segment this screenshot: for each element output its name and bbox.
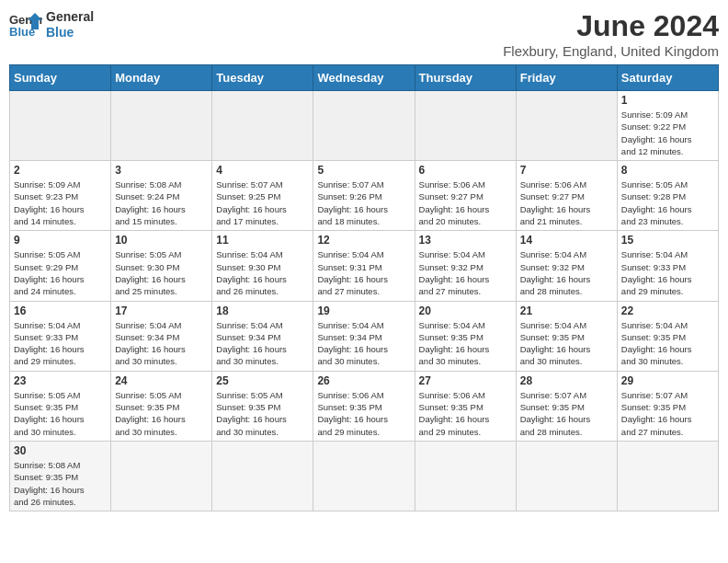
page-header: General Blue General Blue June 2024 Flex… (9, 9, 719, 59)
day-18: 18 Sunrise: 5:04 AMSunset: 9:34 PMDaylig… (212, 301, 313, 371)
week-row-1: 1 Sunrise: 5:09 AMSunset: 9:22 PMDayligh… (10, 91, 719, 161)
day-6: 6 Sunrise: 5:06 AMSunset: 9:27 PMDayligh… (415, 161, 516, 231)
header-thursday: Thursday (415, 65, 516, 91)
week-row-3: 9 Sunrise: 5:05 AMSunset: 9:29 PMDayligh… (10, 231, 719, 301)
empty-cell (313, 91, 415, 161)
day-19: 19 Sunrise: 5:04 AMSunset: 9:34 PMDaylig… (313, 301, 415, 371)
day-3: 3 Sunrise: 5:08 AMSunset: 9:24 PMDayligh… (111, 161, 212, 231)
day-8: 8 Sunrise: 5:05 AMSunset: 9:28 PMDayligh… (617, 161, 718, 231)
empty-cell (111, 441, 212, 511)
header-wednesday: Wednesday (313, 65, 415, 91)
empty-cell (212, 91, 313, 161)
empty-cell (617, 441, 718, 511)
header-saturday: Saturday (617, 65, 718, 91)
day-12: 12 Sunrise: 5:04 AMSunset: 9:31 PMDaylig… (313, 231, 415, 301)
day-22: 22 Sunrise: 5:04 AMSunset: 9:35 PMDaylig… (617, 301, 718, 371)
day-10: 10 Sunrise: 5:05 AMSunset: 9:30 PMDaylig… (111, 231, 212, 301)
day-26: 26 Sunrise: 5:06 AMSunset: 9:35 PMDaylig… (313, 371, 415, 441)
calendar-table: Sunday Monday Tuesday Wednesday Thursday… (9, 64, 719, 511)
day-11: 11 Sunrise: 5:04 AMSunset: 9:30 PMDaylig… (212, 231, 313, 301)
day-27: 27 Sunrise: 5:06 AMSunset: 9:35 PMDaylig… (415, 371, 516, 441)
day-14: 14 Sunrise: 5:04 AMSunset: 9:32 PMDaylig… (516, 231, 617, 301)
day-1: 1 Sunrise: 5:09 AMSunset: 9:22 PMDayligh… (617, 91, 718, 161)
day-30: 30 Sunrise: 5:08 AMSunset: 9:35 PMDaylig… (10, 441, 111, 511)
svg-text:Blue: Blue (9, 25, 35, 39)
empty-cell (516, 441, 617, 511)
month-year: June 2024 (503, 9, 719, 43)
empty-cell (313, 441, 415, 511)
empty-cell (415, 91, 516, 161)
logo: General Blue General Blue (9, 9, 94, 40)
day-16: 16 Sunrise: 5:04 AMSunset: 9:33 PMDaylig… (10, 301, 111, 371)
week-row-6: 30 Sunrise: 5:08 AMSunset: 9:35 PMDaylig… (10, 441, 719, 511)
title-block: June 2024 Flexbury, England, United King… (503, 9, 719, 59)
header-friday: Friday (516, 65, 617, 91)
day-5: 5 Sunrise: 5:07 AMSunset: 9:26 PMDayligh… (313, 161, 415, 231)
empty-cell (111, 91, 212, 161)
day-25: 25 Sunrise: 5:05 AMSunset: 9:35 PMDaylig… (212, 371, 313, 441)
header-tuesday: Tuesday (212, 65, 313, 91)
empty-cell (10, 91, 111, 161)
empty-cell (415, 441, 516, 511)
day-17: 17 Sunrise: 5:04 AMSunset: 9:34 PMDaylig… (111, 301, 212, 371)
week-row-2: 2 Sunrise: 5:09 AMSunset: 9:23 PMDayligh… (10, 161, 719, 231)
week-row-5: 23 Sunrise: 5:05 AMSunset: 9:35 PMDaylig… (10, 371, 719, 441)
day-15: 15 Sunrise: 5:04 AMSunset: 9:33 PMDaylig… (617, 231, 718, 301)
empty-cell (212, 441, 313, 511)
day-23: 23 Sunrise: 5:05 AMSunset: 9:35 PMDaylig… (10, 371, 111, 441)
header-monday: Monday (111, 65, 212, 91)
header-sunday: Sunday (10, 65, 111, 91)
day-1-info: Sunrise: 5:09 AMSunset: 9:22 PMDaylight:… (621, 109, 714, 157)
day-7: 7 Sunrise: 5:06 AMSunset: 9:27 PMDayligh… (516, 161, 617, 231)
day-29: 29 Sunrise: 5:07 AMSunset: 9:35 PMDaylig… (617, 371, 718, 441)
day-4: 4 Sunrise: 5:07 AMSunset: 9:25 PMDayligh… (212, 161, 313, 231)
week-row-4: 16 Sunrise: 5:04 AMSunset: 9:33 PMDaylig… (10, 301, 719, 371)
day-24: 24 Sunrise: 5:05 AMSunset: 9:35 PMDaylig… (111, 371, 212, 441)
logo-icon: General Blue (9, 11, 42, 39)
location: Flexbury, England, United Kingdom (503, 43, 719, 59)
day-20: 20 Sunrise: 5:04 AMSunset: 9:35 PMDaylig… (415, 301, 516, 371)
day-21: 21 Sunrise: 5:04 AMSunset: 9:35 PMDaylig… (516, 301, 617, 371)
day-9: 9 Sunrise: 5:05 AMSunset: 9:29 PMDayligh… (10, 231, 111, 301)
logo-blue: Blue (46, 25, 94, 40)
day-2: 2 Sunrise: 5:09 AMSunset: 9:23 PMDayligh… (10, 161, 111, 231)
logo-general: General (46, 9, 94, 25)
day-28: 28 Sunrise: 5:07 AMSunset: 9:35 PMDaylig… (516, 371, 617, 441)
day-13: 13 Sunrise: 5:04 AMSunset: 9:32 PMDaylig… (415, 231, 516, 301)
weekday-header-row: Sunday Monday Tuesday Wednesday Thursday… (10, 65, 719, 91)
empty-cell (516, 91, 617, 161)
